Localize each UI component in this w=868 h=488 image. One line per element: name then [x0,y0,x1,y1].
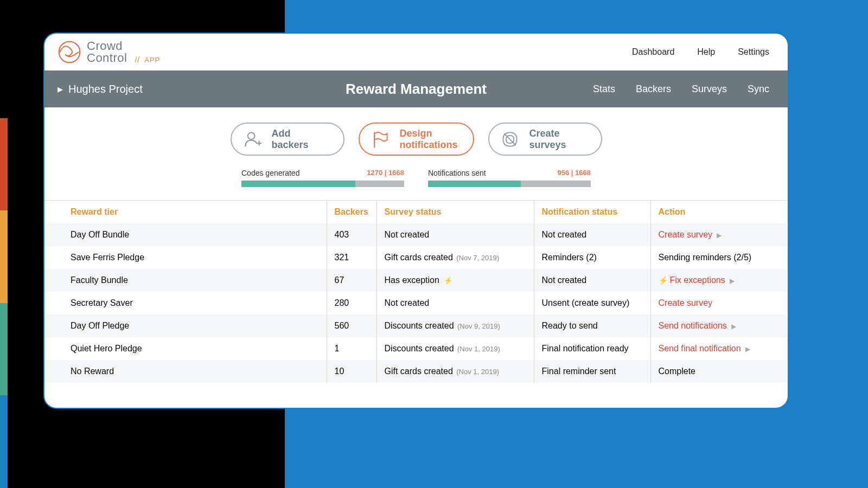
progress-row: Codes generated 1270 | 1668 Notification… [44,169,788,198]
cell-tier: No Reward [44,360,327,383]
col-survey[interactable]: Survey status [376,201,534,223]
table-row: Day Off Bundle403Not created Not created… [44,223,788,246]
cell-backers: 1 [327,337,376,360]
project-selector[interactable]: ▸ Hughes Project [58,82,143,95]
cell-action[interactable]: Create survey [650,292,788,314]
project-name: Hughes Project [68,83,143,95]
table-row: Secretary Saver280Not created Unsent (cr… [44,292,788,314]
cell-backers: 67 [327,269,376,292]
table-row: Faculty Bundle67Has exception ⚡Not creat… [44,269,788,292]
topbar: Crowd Control // APP Dashboard Help Sett… [44,34,788,70]
cell-notif: Not created [534,223,650,246]
cell-notif: Reminders (2) [534,246,650,269]
pill-label-l2: backers [272,139,309,151]
cell-survey: Gift cards created (Nov 1, 2019) [376,360,534,383]
add-backers-button[interactable]: Add backers [231,123,344,156]
subheader: ▸ Hughes Project Reward Management Stats… [44,70,788,107]
sub-nav: Stats Backers Surveys Sync [593,84,769,95]
progress-label: Codes generated [241,169,299,177]
table-row: Quiet Hero Pledge1Discounts created (Nov… [44,337,788,360]
chevron-right-icon: ▶ [745,345,750,353]
cell-survey: Gift cards created (Nov 7, 2019) [376,246,534,269]
pill-label-l1: Add [272,128,309,139]
cell-action[interactable]: Sending reminders (2/5) [650,246,788,269]
create-surveys-button[interactable]: Create surveys [488,123,602,156]
brand: Crowd Control // APP [58,40,160,64]
cell-action[interactable]: Send notifications▶ [650,314,788,337]
page-title: Reward Management [346,81,487,98]
cell-survey: Has exception ⚡ [376,269,534,292]
cell-backers: 280 [327,292,376,314]
subnav-sync[interactable]: Sync [748,84,769,95]
pill-label-l1: Design [400,128,458,139]
cell-notif: Unsent (create survey) [534,292,650,314]
add-user-icon [242,130,262,149]
cell-action[interactable]: Send final notification▶ [650,337,788,360]
cell-action[interactable]: Complete [650,360,788,383]
cell-tier: Quiet Hero Pledge [44,337,327,360]
top-nav: Dashboard Help Settings [632,47,769,57]
svg-point-1 [247,132,254,139]
bolt-icon: ⚡ [659,276,668,285]
table-row: No Reward10Gift cards created (Nov 1, 20… [44,360,788,383]
pill-label-l2: surveys [529,139,566,151]
cell-backers: 10 [327,360,376,383]
brand-app-label: APP [144,56,160,64]
cell-tier: Day Off Pledge [44,314,327,337]
table-row: Save Ferris Pledge321Gift cards created … [44,246,788,269]
col-tier[interactable]: Reward tier [44,201,327,223]
chevron-right-icon: ▸ [58,82,63,95]
pill-label-l2: notifications [400,139,458,151]
cell-survey: Discounts created (Nov 1, 2019) [376,337,534,360]
progress-count: 1270 | 1668 [367,169,404,177]
cell-survey: Discounts created (Nov 9, 2019) [376,314,534,337]
nav-settings[interactable]: Settings [738,47,769,57]
codes-generated-progress: Codes generated 1270 | 1668 [241,169,404,187]
chevron-right-icon: ▶ [731,323,736,330]
table-row: Day Off Pledge560Discounts created (Nov … [44,314,788,337]
cell-tier: Secretary Saver [44,292,327,314]
design-notifications-button[interactable]: Design notifications [359,123,474,156]
cell-tier: Faculty Bundle [44,269,327,292]
pill-label-l1: Create [529,128,566,139]
cell-notif: Not created [534,269,650,292]
chevron-right-icon: ▶ [717,232,722,239]
wave-logo-icon [58,40,81,64]
subnav-surveys[interactable]: Surveys [692,84,727,95]
col-notif[interactable]: Notification status [534,201,650,223]
cell-tier: Save Ferris Pledge [44,246,327,269]
cell-backers: 560 [327,314,376,337]
brand-line2: Control [87,52,127,64]
brand-slash: // [135,55,140,64]
cell-survey: Not created [376,223,534,246]
svg-point-0 [59,42,80,63]
rewards-table: Reward tier Backers Survey status Notifi… [44,201,788,383]
survey-icon [500,130,520,149]
progress-label: Notifications sent [428,169,486,177]
cell-backers: 321 [327,246,376,269]
cell-notif: Final reminder sent [534,360,650,383]
flag-icon [371,130,390,149]
cell-notif: Ready to send [534,314,650,337]
progress-count: 956 | 1668 [558,169,591,177]
action-pills: Add backers Design notifications [44,107,788,169]
chevron-right-icon: ▶ [730,277,735,285]
bolt-icon: ⚡ [444,277,452,285]
col-action[interactable]: Action [650,201,788,223]
cell-action[interactable]: ⚡Fix exceptions▶ [650,269,788,292]
cell-survey: Not created [376,292,534,314]
notifications-sent-progress: Notifications sent 956 | 1668 [428,169,591,187]
nav-dashboard[interactable]: Dashboard [632,47,674,57]
brand-line1: Crowd [87,40,127,52]
subnav-stats[interactable]: Stats [593,84,615,95]
cell-action[interactable]: Create survey▶ [650,223,788,246]
cell-tier: Day Off Bundle [44,223,327,246]
col-backers[interactable]: Backers [327,201,376,223]
app-window: Crowd Control // APP Dashboard Help Sett… [44,34,788,408]
nav-help[interactable]: Help [697,47,715,57]
cell-notif: Final notification ready [534,337,650,360]
subnav-backers[interactable]: Backers [636,84,671,95]
cell-backers: 403 [327,223,376,246]
